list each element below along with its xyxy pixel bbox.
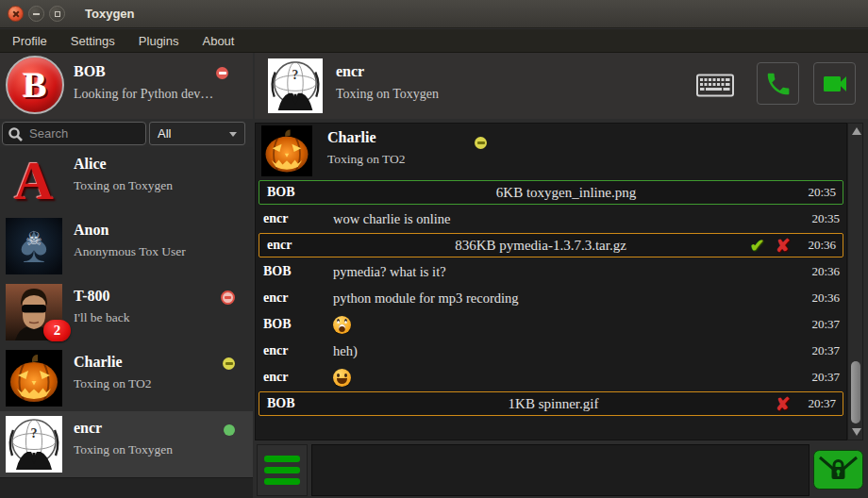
message-time: 20:36	[799, 290, 846, 306]
avatar: ?	[6, 416, 62, 473]
search-input[interactable]	[27, 124, 141, 143]
message-text: heh)	[333, 343, 799, 359]
self-avatar-letter: B	[23, 67, 46, 103]
contact-anon[interactable]: ♠ ☠ Anon Anonymous Tox User	[0, 213, 253, 279]
active-peer-status-message: Toxing on Toxygen	[336, 87, 439, 102]
file-transfer-row: BOB 1KB spinner.gif ✘ 20:37	[259, 391, 843, 416]
close-icon[interactable]	[8, 6, 24, 22]
pumpkin-avatar	[6, 350, 62, 407]
scroll-up-icon[interactable]	[852, 127, 861, 135]
contact-filter-value: All	[158, 126, 171, 141]
online-status-icon	[224, 424, 235, 436]
send-message-button[interactable]	[813, 450, 863, 490]
window-title: Toxygen	[85, 7, 135, 21]
chat-menu-button[interactable]	[257, 444, 308, 496]
contact-status-message: Toxing on Toxygen	[74, 442, 173, 457]
message-time: 20:37	[799, 317, 846, 332]
message-author: BOB	[256, 264, 333, 279]
away-status-icon	[223, 357, 235, 370]
contact-alice[interactable]: A Alice Toxing on Toxygen	[0, 147, 253, 213]
message-time: 20:37	[799, 343, 846, 358]
unread-count-badge: 2	[43, 320, 71, 341]
message-row: encr heh) 20:37	[256, 339, 846, 363]
message-row: encr 20:37	[256, 365, 846, 390]
message-text: wow charlie is online	[333, 211, 799, 227]
avatar: ♠ ☠	[6, 218, 62, 274]
chat-peer-row[interactable]: Charlie Toxing on TO2	[256, 124, 846, 178]
contact-list: A Alice Toxing on Toxygen ♠ ☠ Anon Anony…	[0, 147, 253, 477]
sidebar-bottom-strip	[0, 477, 253, 498]
anonymous-logo-icon: ?	[6, 416, 62, 473]
contact-status-message: Anonymous Tox User	[74, 244, 186, 259]
message-text: python module for mp3 recording	[333, 290, 799, 307]
search-box[interactable]	[2, 122, 146, 145]
contact-name: Alice	[74, 156, 107, 173]
message-time: 20:36	[795, 238, 843, 253]
titlebar: Toxygen	[0, 0, 868, 28]
contact-name: T-800	[74, 288, 110, 305]
message-row: encr python module for mp3 recording 20:…	[256, 286, 846, 310]
message-input[interactable]	[311, 444, 810, 496]
encrypted-send-icon	[813, 450, 863, 490]
avatar	[261, 125, 312, 176]
chat-peer-status-message: Toxing on TO2	[327, 152, 406, 167]
contact-encr[interactable]: ? encr Toxing on Toxygen	[0, 411, 253, 477]
scroll-down-icon[interactable]	[852, 428, 861, 436]
contact-filter-dropdown[interactable]: All	[149, 122, 245, 145]
self-status-message: Looking for Python dev…	[74, 87, 213, 102]
shocked-smiley-icon	[333, 316, 351, 334]
message-author: BOB	[259, 396, 337, 411]
contact-name: Charlie	[74, 354, 123, 371]
message-author: encr	[256, 290, 333, 306]
message-author: encr	[256, 343, 333, 358]
menu-settings[interactable]: Settings	[71, 34, 115, 48]
contact-charlie[interactable]: Charlie Toxing on TO2	[0, 345, 253, 411]
message-time: 20:35	[799, 211, 846, 226]
keyboard-icon[interactable]	[696, 74, 734, 97]
active-peer-avatar: ?	[268, 58, 323, 113]
contact-t800[interactable]: T-800 I'll be back 2	[0, 279, 253, 345]
menu-plugins[interactable]: Plugins	[139, 34, 179, 48]
phone-icon	[764, 70, 793, 98]
contact-name: Anon	[74, 222, 108, 239]
message-text: pymedia? what is it?	[333, 264, 799, 280]
file-transfer-label: 6KB toxygen_inline.png	[337, 185, 795, 201]
menubar: Profile Settings Plugins About	[0, 29, 868, 53]
decline-file-button[interactable]: ✘	[770, 237, 795, 255]
menu-profile[interactable]: Profile	[12, 34, 47, 48]
minimize-icon[interactable]	[28, 6, 44, 22]
chat-scrollbar[interactable]	[847, 123, 863, 440]
spade-skull-avatar: ♠ ☠	[6, 218, 62, 274]
message-row: encr wow charlie is online 20:35	[256, 207, 846, 231]
chat-peer-name: Charlie	[327, 129, 376, 146]
maximize-icon[interactable]	[49, 6, 65, 22]
menu-about[interactable]: About	[202, 34, 234, 48]
anonymous-logo-icon: ?	[268, 58, 323, 113]
video-call-button[interactable]	[813, 62, 856, 105]
message-time: 20:37	[795, 396, 843, 411]
toxygen-window: Toxygen Profile Settings Plugins About B…	[0, 0, 868, 498]
svg-text:?: ?	[31, 426, 38, 440]
message-author: BOB	[256, 317, 333, 332]
decline-file-button[interactable]: ✘	[770, 395, 795, 413]
active-chat-header: ? encr Toxing on Toxygen	[255, 53, 868, 119]
message-row: BOB 20:37	[256, 312, 846, 337]
contact-status-message: Toxing on Toxygen	[74, 178, 173, 193]
away-status-icon	[475, 137, 487, 149]
message-author: encr	[256, 211, 333, 226]
message-time: 20:36	[799, 264, 846, 279]
contact-status-message: I'll be back	[74, 310, 129, 325]
smile-smiley-icon	[333, 369, 351, 387]
message-author: encr	[259, 238, 337, 253]
skull-icon: ☠	[6, 227, 62, 250]
svg-text:?: ?	[292, 68, 299, 82]
file-transfer-row: encr 836KB pymedia-1.3.7.3.tar.gz ✔ ✘ 20…	[259, 233, 843, 257]
avatar	[6, 350, 62, 407]
file-transfer-label: 1KB spinner.gif	[337, 396, 770, 412]
accept-file-button[interactable]: ✔	[744, 237, 770, 255]
message-author: BOB	[259, 185, 337, 200]
self-avatar[interactable]: B	[6, 56, 64, 114]
contact-name: encr	[74, 420, 102, 437]
scrollbar-thumb[interactable]	[851, 361, 860, 423]
audio-call-button[interactable]	[757, 62, 799, 105]
